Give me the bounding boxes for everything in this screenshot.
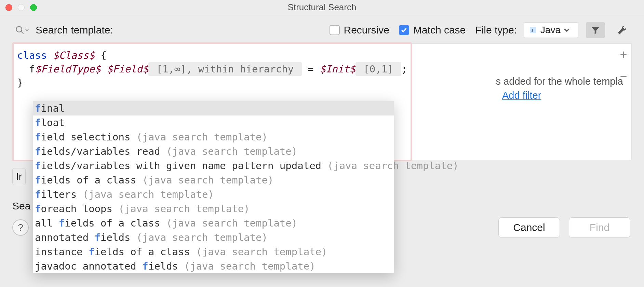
recursive-label: Recursive <box>344 24 389 36</box>
code-line-1: class $Class$ { <box>17 49 407 62</box>
file-type-value: Java <box>540 25 561 36</box>
editor-gutter: + − <box>617 48 630 83</box>
minimize-window-button[interactable] <box>18 4 25 11</box>
help-button[interactable]: ? <box>12 219 29 236</box>
titlebar: Structural Search <box>0 0 644 15</box>
code-line-2: f$FieldType$ $Field$ [1,∞], within hiera… <box>17 62 407 76</box>
toolbar: Search template: Recursive Match case Fi… <box>0 15 644 42</box>
autocomplete-item[interactable]: foreach loops (java search template) <box>33 202 394 216</box>
search-template-label: Search template: <box>36 24 113 36</box>
dialog-buttons: Cancel Find <box>498 217 630 238</box>
filter-hint-text: s added for the whole templa <box>417 76 626 87</box>
add-line-button[interactable]: + <box>617 48 630 62</box>
search-scope-label: Sea <box>12 200 30 212</box>
cancel-button[interactable]: Cancel <box>498 217 560 238</box>
autocomplete-item[interactable]: fields/variables read (java search templ… <box>33 144 394 159</box>
match-case-checkbox[interactable] <box>399 25 409 35</box>
autocomplete-popup: finalfloatfield selections (java search … <box>33 101 394 273</box>
autocomplete-item[interactable]: filters (java search template) <box>33 187 394 202</box>
autocomplete-item[interactable]: field selections (java search template) <box>33 130 394 144</box>
filter-toggle-button[interactable] <box>586 22 605 38</box>
settings-button[interactable] <box>613 22 632 38</box>
autocomplete-item[interactable]: all fields of a class (java search templ… <box>33 216 394 230</box>
injected-references-button[interactable]: Ir <box>12 168 26 185</box>
autocomplete-item[interactable]: javadoc annotated fields (java search te… <box>33 259 394 273</box>
window-title: Structural Search <box>288 2 357 13</box>
autocomplete-item[interactable]: fields/variables with given name pattern… <box>33 159 394 173</box>
chevron-down-icon <box>564 27 569 33</box>
search-icon[interactable] <box>15 25 29 35</box>
filter-panel: s added for the whole templa Add filter <box>412 43 632 160</box>
zoom-window-button[interactable] <box>30 4 37 11</box>
svg-point-0 <box>16 27 22 32</box>
match-case-checkbox-wrap[interactable]: Match case <box>399 24 466 36</box>
code-line-3: } <box>17 76 407 90</box>
file-type-select[interactable]: J Java <box>524 22 578 38</box>
autocomplete-item[interactable]: fields of a class (java search template) <box>33 173 394 187</box>
autocomplete-item[interactable]: instance fields of a class (java search … <box>33 245 394 259</box>
svg-line-1 <box>21 31 24 34</box>
java-file-icon: J <box>529 26 537 34</box>
window-controls <box>5 4 37 11</box>
svg-text:J: J <box>531 28 533 33</box>
file-type-label: File type: <box>475 24 517 36</box>
close-window-button[interactable] <box>5 4 12 11</box>
recursive-checkbox[interactable] <box>330 25 340 35</box>
find-button[interactable]: Find <box>569 217 630 238</box>
autocomplete-item[interactable]: final <box>33 101 394 115</box>
add-filter-link[interactable]: Add filter <box>417 90 626 101</box>
funnel-icon <box>591 25 600 35</box>
recursive-checkbox-wrap[interactable]: Recursive <box>330 24 389 36</box>
autocomplete-item[interactable]: float <box>33 115 394 130</box>
wrench-icon <box>617 25 627 35</box>
match-case-label: Match case <box>413 24 466 36</box>
remove-line-button[interactable]: − <box>617 70 630 83</box>
autocomplete-item[interactable]: annotated fields (java search template) <box>33 230 394 245</box>
